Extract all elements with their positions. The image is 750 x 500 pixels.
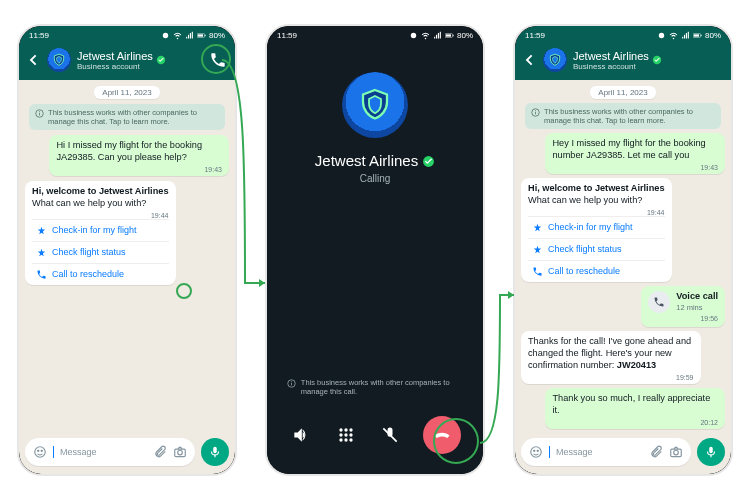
verified-badge-icon: [156, 51, 166, 61]
status-time: 11:59: [29, 31, 49, 40]
keypad-button[interactable]: [334, 423, 358, 447]
verified-badge-icon: [422, 154, 435, 167]
svg-point-10: [41, 450, 42, 451]
svg-point-9: [38, 450, 39, 451]
menu-option-checkin[interactable]: Check-in for my flight: [528, 216, 665, 238]
battery-icon: [197, 31, 206, 40]
svg-point-29: [349, 438, 352, 441]
end-call-button[interactable]: [423, 416, 461, 454]
message-input[interactable]: Message: [521, 438, 691, 466]
composer: Message: [19, 433, 235, 474]
battery-icon: [693, 31, 702, 40]
wifi-icon: [421, 31, 430, 40]
svg-rect-33: [701, 34, 702, 36]
chat-title: Jetwest Airlines: [77, 50, 153, 62]
menu-option-checkin[interactable]: Check-in for my flight: [32, 219, 169, 241]
voice-call-log[interactable]: Voice call 12 mins 19:56: [641, 286, 725, 327]
interactive-menu-message: Hi, welcome to Jetwest AirlinesWhat can …: [521, 178, 672, 282]
menu-option-status[interactable]: Check flight status: [32, 241, 169, 263]
emoji-icon[interactable]: [33, 445, 47, 459]
incoming-message[interactable]: Thanks for the call! I've gone ahead and…: [521, 331, 701, 384]
call-system-notice: This business works with other companies…: [287, 378, 463, 396]
svg-point-21: [339, 428, 342, 431]
back-icon[interactable]: [521, 52, 537, 68]
call-duration: 12 mins: [676, 303, 718, 312]
svg-point-27: [339, 438, 342, 441]
svg-point-30: [659, 32, 664, 37]
svg-point-40: [537, 450, 538, 451]
chat-header: Jetwest Airlines Business account: [19, 44, 235, 80]
svg-point-22: [344, 428, 347, 431]
attach-icon[interactable]: [649, 445, 663, 459]
battery-pct: 80%: [209, 31, 225, 40]
wifi-icon: [173, 31, 182, 40]
menu-option-call[interactable]: Call to reschedule: [32, 263, 169, 285]
phone-icon: [648, 291, 670, 313]
signal-icon: [185, 31, 194, 40]
svg-rect-6: [39, 113, 40, 116]
menu-option-call[interactable]: Call to reschedule: [528, 260, 665, 282]
avatar[interactable]: [47, 48, 71, 72]
notification-dot-icon: [161, 31, 170, 40]
svg-rect-3: [205, 34, 206, 36]
svg-point-39: [534, 450, 535, 451]
call-contact-name: Jetwest Airlines: [315, 152, 435, 169]
status-time: 11:59: [277, 31, 297, 40]
menu-option-status[interactable]: Check flight status: [528, 238, 665, 260]
phone-chat-before: 11:59 80% Jetwest Airlines: [17, 24, 237, 476]
svg-rect-36: [535, 112, 536, 115]
phone-chat-after: 11:59 80% Jetwest Airlines: [513, 24, 733, 476]
svg-point-12: [178, 450, 183, 455]
svg-point-24: [339, 433, 342, 436]
voice-call-button[interactable]: [209, 51, 227, 69]
wifi-icon: [669, 31, 678, 40]
composer: Message: [515, 433, 731, 474]
speaker-button[interactable]: [289, 423, 313, 447]
system-notice[interactable]: This business works with other companies…: [525, 103, 721, 129]
outgoing-message[interactable]: Hi I missed my flight for the booking JA…: [49, 135, 229, 176]
phone-calling: 11:59 80% Jetwest Airlines Calling: [265, 24, 485, 476]
interactive-menu-message: Hi, welcome to Jetwest AirlinesWhat can …: [25, 181, 176, 285]
status-bar: 11:59 80%: [267, 26, 483, 44]
chat-body: April 11, 2023 This business works with …: [19, 80, 235, 433]
system-notice[interactable]: This business works with other companies…: [29, 104, 225, 130]
battery-icon: [445, 31, 454, 40]
svg-point-23: [349, 428, 352, 431]
svg-point-13: [411, 32, 416, 37]
message-input[interactable]: Message: [25, 438, 195, 466]
chat-subtitle: Business account: [573, 62, 723, 71]
status-bar: 11:59 80%: [19, 26, 235, 44]
call-avatar: [342, 72, 408, 138]
svg-point-0: [163, 32, 168, 37]
date-chip: April 11, 2023: [590, 86, 655, 99]
svg-rect-15: [446, 34, 451, 36]
battery-pct: 80%: [705, 31, 721, 40]
mute-button[interactable]: [378, 423, 402, 447]
svg-point-26: [349, 433, 352, 436]
signal-icon: [681, 31, 690, 40]
svg-rect-32: [694, 34, 699, 36]
svg-rect-16: [453, 34, 454, 36]
camera-icon[interactable]: [669, 445, 683, 459]
mic-button[interactable]: [201, 438, 229, 466]
status-bar: 11:59 80%: [515, 26, 731, 44]
outgoing-message[interactable]: Hey I missed my flight for the booking n…: [545, 133, 725, 174]
camera-icon[interactable]: [173, 445, 187, 459]
svg-point-8: [35, 447, 46, 458]
attach-icon[interactable]: [153, 445, 167, 459]
verified-badge-icon: [652, 51, 662, 61]
emoji-icon[interactable]: [529, 445, 543, 459]
outgoing-message[interactable]: Thank you so much, I really appreciate i…: [545, 388, 725, 429]
signal-icon: [433, 31, 442, 40]
svg-rect-7: [39, 111, 40, 112]
svg-rect-2: [198, 34, 203, 36]
call-status: Calling: [360, 173, 391, 184]
back-icon[interactable]: [25, 52, 41, 68]
svg-point-38: [531, 447, 542, 458]
svg-point-25: [344, 433, 347, 436]
mic-button[interactable]: [697, 438, 725, 466]
placeholder-text: Message: [556, 447, 643, 457]
battery-pct: 80%: [457, 31, 473, 40]
chat-header: Jetwest Airlines Business account: [515, 44, 731, 80]
avatar[interactable]: [543, 48, 567, 72]
